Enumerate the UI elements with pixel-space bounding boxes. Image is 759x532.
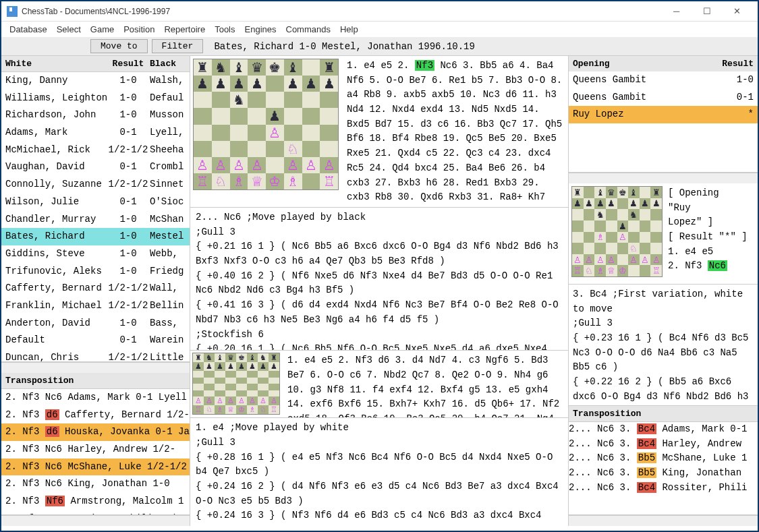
- game-row[interactable]: Williams, Leighton1-0Defaul: [1, 90, 190, 107]
- games-list[interactable]: King, Danny1-0Walsh,Williams, Leighton1-…: [1, 72, 190, 362]
- opening-row[interactable]: Queens Gambit1-0: [569, 71, 758, 89]
- main-analysis[interactable]: 2... Nc6 ;Move played by black;Gull 3{ +…: [190, 208, 568, 351]
- game-row[interactable]: Duncan, Chris1/2-1/2Little: [1, 349, 190, 362]
- transpo-row[interactable]: 2... Nc6 3. Bb5 McShane, Luke 1: [569, 451, 758, 466]
- main-board[interactable]: ♜♞♝♛♚♝♜♟♟♟♟♟♟♟♞♟♙♘♙♙♙♙♙♙♙♖♘♗♕♔♗♖: [193, 59, 339, 190]
- game-row[interactable]: Anderton, David1-0Bass,: [1, 315, 190, 332]
- mini-board[interactable]: ♜♞♝♛♚♝♞♜♟♟♟♟♟♟♟♟♙♙♙♙♙♙♙♙♖♘♗♕♔♗♘♖: [192, 353, 280, 415]
- menu-repertoire[interactable]: Repertoire: [164, 24, 205, 34]
- games-hscroll[interactable]: [1, 362, 190, 373]
- menubar: Database Select Game Position Repertoire…: [1, 22, 758, 37]
- transpo-row[interactable]: 2... Nc6 3. Bb5 King, Jonathan: [569, 466, 758, 481]
- left-transpo-list[interactable]: 2. Nf3 Nc6 Adams, Mark 0-1 Lyell2. Nf3 d…: [1, 389, 190, 515]
- close-button[interactable]: ✕: [722, 2, 752, 21]
- game-row[interactable]: Wilson, Julie0-1O'Sioc: [1, 194, 190, 211]
- right-analysis[interactable]: 3. Bc4 ;First variation, white to move;G…: [569, 285, 758, 406]
- game-row[interactable]: Franklin, Michael1/2-1/2Bellin: [1, 297, 190, 315]
- maximize-button[interactable]: ☐: [692, 2, 722, 21]
- game-row[interactable]: Giddins, Steve1-0Webb,: [1, 245, 190, 263]
- menu-database[interactable]: Database: [9, 24, 47, 34]
- transpo-row[interactable]: 2. Nf3 Nc6 Harley, Andrew 1/2-: [1, 441, 190, 459]
- transpo-row[interactable]: 2. Nf3 Nc6 Rossiter, Philip 1/2-: [1, 510, 190, 515]
- transpo-row[interactable]: 2. Nf3 Nc6 Adams, Mark 0-1 Lyell: [1, 389, 190, 407]
- menu-game[interactable]: Game: [90, 24, 114, 34]
- game-header: Bates, Richard 1-0 Mestel, Jonathan 1996…: [214, 41, 474, 52]
- game-row[interactable]: McMichael, Rick1/2-1/2Sheeha: [1, 142, 190, 159]
- menu-engines[interactable]: Engines: [245, 24, 277, 34]
- left-transpo-hscroll[interactable]: [1, 515, 190, 526]
- moveto-button[interactable]: Move to: [90, 39, 148, 53]
- game-row[interactable]: Cafferty, Bernard1/2-1/2Wall,: [1, 280, 190, 297]
- openings-header: Opening Result: [569, 56, 758, 71]
- game-row[interactable]: Connolly, Suzanne1/2-1/2Sinnet: [1, 176, 190, 194]
- openings-list[interactable]: Queens Gambit1-0Queens Gambit0-1Ruy Lope…: [569, 71, 758, 173]
- transpo-row[interactable]: 2... Nc6 3. Bc4 Adams, Mark 0-1: [569, 422, 758, 437]
- game-row[interactable]: Bates, Richard1-0Mestel: [1, 228, 190, 245]
- filter-button[interactable]: Filter: [152, 39, 204, 53]
- openings-hscroll[interactable]: [569, 173, 758, 183]
- game-row[interactable]: Default0-1Warein: [1, 332, 190, 349]
- transpo-row[interactable]: 2... Nc6 3. Bc4 Rossiter, Phili: [569, 481, 758, 496]
- menu-commands[interactable]: Commands: [286, 24, 331, 34]
- opening-row[interactable]: Ruy Lopez*: [569, 106, 758, 123]
- right-transpo-hscroll[interactable]: [569, 515, 758, 526]
- menu-position[interactable]: Position: [123, 24, 154, 34]
- game-row[interactable]: Trifunovic, Aleks1-0Friedg: [1, 263, 190, 280]
- right-moves[interactable]: [ Opening "Ruy Lopez" ][ Result "*" ]1. …: [665, 183, 758, 284]
- app-icon: [7, 6, 18, 17]
- opening-row[interactable]: Queens Gambit0-1: [569, 89, 758, 107]
- game-row[interactable]: Richardson, John1-0Musson: [1, 107, 190, 124]
- game-row[interactable]: Adams, Mark0-1Lyell,: [1, 124, 190, 142]
- window-title: ChessTab - Documents\4NCL-1996-1997: [22, 7, 661, 16]
- game-row[interactable]: King, Danny1-0Walsh,: [1, 72, 190, 90]
- mini-analysis[interactable]: 1. e4 ;Move played by white;Gull 3{ +0.2…: [190, 418, 568, 526]
- right-transpo-list[interactable]: 2... Nc6 3. Bc4 Adams, Mark 0-12... Nc6 …: [569, 422, 758, 515]
- titlebar: ChessTab - Documents\4NCL-1996-1997 ─ ☐ …: [1, 1, 758, 22]
- transpo-row[interactable]: 2. Nf3 Nc6 McShane, Luke 1/2-1/2: [1, 459, 190, 476]
- minimize-button[interactable]: ─: [661, 2, 692, 21]
- transpo-row[interactable]: 2. Nf3 Nf6 Armstrong, Malcolm 1: [1, 493, 190, 510]
- game-row[interactable]: Chandler, Murray1-0McShan: [1, 211, 190, 229]
- toolbar: Move to Filter Bates, Richard 1-0 Mestel…: [1, 37, 758, 56]
- transpo-row[interactable]: 2. Nf3 Nc6 King, Jonathan 1-0: [1, 475, 190, 493]
- menu-select[interactable]: Select: [57, 24, 81, 34]
- left-transpo-label: Transposition: [1, 373, 190, 389]
- mini-moves[interactable]: 1. e4 e5 2. Nf3 d6 3. d4 Nd7 4. c3 Ngf6 …: [282, 351, 568, 417]
- right-transpo-label: Transposition: [569, 406, 758, 422]
- right-board[interactable]: ♜♝♛♚♝♜♟♟♟♟♟♟♟♞♞♟♗♙♘♙♙♙♙♙♙♙♖♘♗♕♔♖: [571, 186, 663, 277]
- transpo-row[interactable]: 2. Nf3 d6 Cafferty, Bernard 1/2-: [1, 407, 190, 424]
- transpo-row[interactable]: 2. Nf3 d6 Houska, Jovanka 0-1 Ja: [1, 423, 190, 441]
- games-header: White Result Black: [1, 56, 190, 72]
- main-moves[interactable]: 1. e4 e5 2. Nf3 Nc6 3. Bb5 a6 4. Ba4 Nf6…: [341, 56, 568, 207]
- menu-help[interactable]: Help: [340, 24, 358, 34]
- game-row[interactable]: Vaughan, David0-1Crombl: [1, 158, 190, 176]
- menu-tools[interactable]: Tools: [215, 24, 235, 34]
- transpo-row[interactable]: 2... Nc6 3. Bc4 Harley, Andrew: [569, 437, 758, 452]
